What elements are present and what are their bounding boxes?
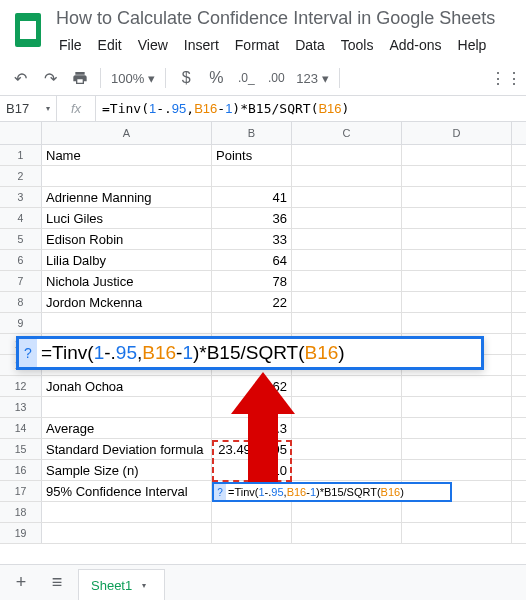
cell[interactable] (402, 187, 512, 207)
row-header[interactable]: 12 (0, 376, 42, 396)
active-cell-editor[interactable]: ? =Tinv(1-.95,B16-1)*B15/SQRT(B16) (212, 482, 452, 502)
table-row[interactable]: 13 (0, 397, 526, 418)
table-row[interactable]: 19 (0, 523, 526, 544)
cell[interactable] (212, 397, 292, 417)
cell[interactable]: 33 (212, 229, 292, 249)
cell[interactable] (402, 208, 512, 228)
table-row[interactable]: 7Nichola Justice78 (0, 271, 526, 292)
cell[interactable] (212, 502, 292, 522)
cell[interactable] (402, 502, 512, 522)
cell[interactable] (292, 523, 402, 543)
row-header[interactable]: 6 (0, 250, 42, 270)
cell[interactable] (292, 376, 402, 396)
name-box[interactable]: B17▾ (0, 101, 56, 116)
table-row[interactable]: 2 (0, 166, 526, 187)
row-header[interactable]: 9 (0, 313, 42, 333)
cell[interactable]: Lilia Dalby (42, 250, 212, 270)
cell[interactable] (212, 313, 292, 333)
cell[interactable]: 64 (212, 250, 292, 270)
cell[interactable]: 62 (212, 376, 292, 396)
cell[interactable] (292, 250, 402, 270)
menu-tools[interactable]: Tools (334, 33, 381, 57)
cell[interactable]: Nichola Justice (42, 271, 212, 291)
col-header-b[interactable]: B (212, 122, 292, 144)
row-header[interactable]: 16 (0, 460, 42, 480)
menu-insert[interactable]: Insert (177, 33, 226, 57)
table-row[interactable]: 3Adrienne Manning41 (0, 187, 526, 208)
row-header[interactable]: 4 (0, 208, 42, 228)
undo-icon[interactable]: ↶ (6, 65, 34, 91)
table-row[interactable]: 4Luci Giles36 (0, 208, 526, 229)
cell[interactable] (292, 460, 402, 480)
cell[interactable] (292, 208, 402, 228)
cell[interactable]: 95% Confidence Interval (42, 481, 212, 501)
row-header[interactable]: 13 (0, 397, 42, 417)
cell[interactable] (402, 418, 512, 438)
table-row[interactable]: 6Lilia Dalby64 (0, 250, 526, 271)
cell[interactable] (402, 145, 512, 165)
dec-increase-icon[interactable]: .00 (262, 65, 290, 91)
cell[interactable]: Luci Giles (42, 208, 212, 228)
menu-view[interactable]: View (131, 33, 175, 57)
formula-help-icon[interactable]: ? (214, 484, 226, 500)
cell[interactable]: 48.3 (212, 418, 292, 438)
cell[interactable] (292, 229, 402, 249)
menu-addons[interactable]: Add-ons (382, 33, 448, 57)
cell[interactable] (42, 166, 212, 186)
cell[interactable]: 36 (212, 208, 292, 228)
cell[interactable]: Adrienne Manning (42, 187, 212, 207)
table-row[interactable]: 1NamePoints (0, 145, 526, 166)
sheets-logo[interactable] (8, 10, 48, 50)
cell[interactable] (292, 397, 402, 417)
sheet-tab[interactable]: Sheet1▾ (78, 569, 165, 601)
cell[interactable] (402, 229, 512, 249)
cell[interactable]: Points (212, 145, 292, 165)
table-row[interactable]: 9 (0, 313, 526, 334)
col-header-d[interactable]: D (402, 122, 512, 144)
formula-bar[interactable]: =Tinv(1-.95,B16-1)*B15/SQRT(B16) (96, 101, 526, 116)
row-header[interactable]: 8 (0, 292, 42, 312)
table-row[interactable]: 18 (0, 502, 526, 523)
cell[interactable] (402, 397, 512, 417)
cell[interactable] (402, 439, 512, 459)
row-header[interactable]: 17 (0, 481, 42, 501)
zoom-dropdown[interactable]: 100%▾ (107, 71, 159, 86)
redo-icon[interactable]: ↷ (36, 65, 64, 91)
cell[interactable]: Sample Size (n) (42, 460, 212, 480)
cell[interactable] (212, 166, 292, 186)
numformat-dropdown[interactable]: 123▾ (292, 71, 333, 86)
menu-edit[interactable]: Edit (91, 33, 129, 57)
menu-data[interactable]: Data (288, 33, 332, 57)
spreadsheet-grid[interactable]: A B C D 1NamePoints23Adrienne Manning414… (0, 122, 526, 544)
cell[interactable] (292, 439, 402, 459)
row-header[interactable]: 14 (0, 418, 42, 438)
table-row[interactable]: 14Average48.3 (0, 418, 526, 439)
cell[interactable] (402, 313, 512, 333)
cell[interactable] (292, 271, 402, 291)
cell[interactable]: Name (42, 145, 212, 165)
table-row[interactable]: 15Standard Deviation formula23.4943295 (0, 439, 526, 460)
cell[interactable]: Jonah Ochoa (42, 376, 212, 396)
row-header[interactable]: 3 (0, 187, 42, 207)
menu-help[interactable]: Help (451, 33, 494, 57)
cell[interactable]: 22 (212, 292, 292, 312)
row-header[interactable]: 15 (0, 439, 42, 459)
dec-decrease-icon[interactable]: .0_ (232, 65, 260, 91)
cell[interactable] (292, 502, 402, 522)
cell[interactable]: 23.4943295 (212, 439, 292, 459)
cell[interactable]: 10 (212, 460, 292, 480)
cell[interactable] (402, 271, 512, 291)
table-row[interactable]: 5Edison Robin33 (0, 229, 526, 250)
cell[interactable] (292, 313, 402, 333)
table-row[interactable]: 16Sample Size (n)10 (0, 460, 526, 481)
cell[interactable] (402, 292, 512, 312)
cell[interactable]: 41 (212, 187, 292, 207)
add-sheet-button[interactable]: + (6, 569, 36, 597)
more-toolbar-icon[interactable]: ⋮⋮ (492, 65, 520, 91)
cell[interactable] (292, 166, 402, 186)
cell[interactable]: Edison Robin (42, 229, 212, 249)
menu-file[interactable]: File (52, 33, 89, 57)
col-header-c[interactable]: C (292, 122, 402, 144)
row-header[interactable]: 19 (0, 523, 42, 543)
row-header[interactable]: 18 (0, 502, 42, 522)
